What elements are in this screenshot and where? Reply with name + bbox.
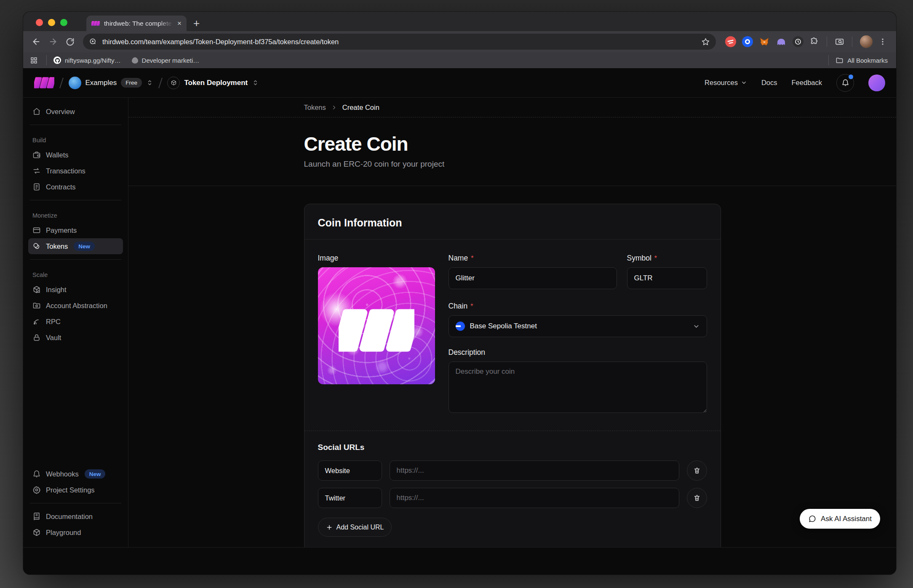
breadcrumb-parent[interactable]: Tokens [304, 104, 326, 112]
new-badge: New [74, 242, 95, 251]
minimize-window-button[interactable] [48, 19, 55, 26]
home-icon [32, 107, 41, 116]
sidebar-item-transactions[interactable]: Transactions [28, 163, 123, 179]
breadcrumb-current: Create Coin [342, 104, 379, 112]
chain-value: Base Sepolia Testnet [470, 322, 537, 330]
bell-icon [841, 79, 849, 87]
description-textarea[interactable] [448, 362, 707, 413]
breadcrumb: Tokens Create Coin [304, 98, 721, 117]
sidebar-section-label: Build [32, 137, 119, 144]
social-url-input[interactable] [390, 488, 679, 508]
social-platform-select[interactable]: Twitter [318, 488, 382, 508]
add-social-url-button[interactable]: Add Social URL [318, 518, 392, 537]
toolbar-divider [827, 37, 827, 47]
extension-icon-clock[interactable] [793, 36, 804, 47]
chat-bubble-icon [808, 515, 816, 523]
address-bar[interactable]: thirdweb.com/team/examples/Token-Deploym… [83, 34, 716, 50]
name-label: Name [448, 254, 468, 263]
new-tab-button[interactable]: + [193, 18, 200, 29]
tokens-icon [32, 242, 41, 250]
chevron-down-icon [741, 80, 747, 86]
forward-button[interactable] [46, 35, 60, 49]
name-field: Name * [448, 254, 617, 289]
metamask-extension-icon[interactable] [759, 36, 770, 47]
extension-icon-blue[interactable] [742, 36, 753, 47]
docs-link[interactable]: Docs [761, 79, 777, 87]
sidebar-item-account-abstraction[interactable]: Account Abstraction [28, 298, 123, 314]
feedback-link[interactable]: Feedback [792, 79, 822, 87]
notifications-button[interactable] [836, 74, 854, 92]
delete-social-url-button[interactable] [687, 488, 707, 508]
social-platform-select[interactable]: Website [318, 460, 382, 481]
sidebar-item-wallets[interactable]: Wallets [28, 147, 123, 163]
header-nav: Resources Docs Feedback [705, 74, 885, 92]
browser-tab[interactable]: thirdweb: The complete web3 × [86, 16, 187, 31]
new-badge: New [85, 469, 106, 479]
sidebar-item-contracts[interactable]: Contracts [28, 179, 123, 195]
tab-search-icon[interactable] [835, 37, 844, 47]
browser-profile-avatar[interactable] [860, 35, 873, 48]
notification-dot [849, 74, 853, 79]
sidebar-item-project-settings[interactable]: Project Settings [28, 482, 123, 498]
social-url-row: Twitter [318, 488, 707, 508]
sidebar-item-insight[interactable]: Insight [28, 282, 123, 298]
sidebar-item-tokens[interactable]: Tokens New [28, 238, 123, 254]
close-window-button[interactable] [36, 19, 43, 26]
sidebar-item-playground[interactable]: Playground [28, 524, 123, 540]
card-body: Image [304, 239, 721, 431]
all-bookmarks-button[interactable]: All Bookmarks [836, 56, 888, 64]
browser-menu-icon[interactable] [878, 37, 887, 46]
reload-button[interactable] [63, 35, 77, 49]
plus-icon [326, 524, 333, 531]
social-urls-title: Social URLs [318, 443, 707, 452]
bookmarks-divider [828, 55, 829, 65]
symbol-field: Symbol * [627, 254, 707, 289]
thirdweb-app: Examples Free Token Deployment Resources… [23, 68, 896, 575]
coin-image-upload[interactable] [318, 267, 435, 384]
social-url-input[interactable] [390, 460, 679, 481]
description-field: Description [448, 348, 707, 415]
url-text[interactable]: thirdweb.com/team/examples/Token-Deploym… [102, 38, 696, 46]
symbol-input[interactable] [627, 267, 707, 289]
chevron-right-icon [331, 104, 337, 111]
project-switcher[interactable]: Token Deployment [167, 77, 259, 89]
account-avatar[interactable] [868, 74, 885, 91]
account-abstraction-icon [32, 301, 41, 310]
team-switcher[interactable]: Examples Free [69, 77, 153, 89]
thirdweb-logo[interactable] [34, 77, 54, 88]
extension-icon-red[interactable] [725, 36, 736, 47]
sidebar-item-documentation[interactable]: Documentation [28, 508, 123, 524]
all-bookmarks-label: All Bookmarks [847, 57, 888, 64]
extensions-puzzle-icon[interactable] [809, 37, 819, 47]
bookmark-item[interactable]: Developer marketi… [132, 57, 200, 64]
sidebar-item-overview[interactable]: Overview [28, 104, 123, 120]
ask-ai-assistant-button[interactable]: Ask AI Assistant [800, 509, 880, 529]
sidebar-item-rpc[interactable]: RPC [28, 314, 123, 330]
tab-title: thirdweb: The complete web3 [104, 20, 173, 27]
bookmark-star-icon[interactable] [701, 37, 710, 46]
app-header: Examples Free Token Deployment Resources… [23, 68, 896, 98]
tab-close-icon[interactable]: × [177, 20, 182, 27]
resources-menu[interactable]: Resources [705, 79, 747, 87]
sidebar-item-payments[interactable]: Payments [28, 222, 123, 238]
delete-social-url-button[interactable] [687, 460, 707, 481]
zoom-window-button[interactable] [60, 19, 67, 26]
team-name: Examples [85, 79, 117, 87]
book-icon [32, 512, 41, 521]
insight-icon [32, 285, 41, 294]
apps-grid-icon[interactable] [30, 56, 38, 64]
card-title: Coin Information [318, 217, 707, 229]
chain-select[interactable]: Base Sepolia Testnet [448, 315, 707, 337]
bookmark-item[interactable]: niftyswap.gg/Nifty… [53, 56, 121, 64]
back-button[interactable] [29, 35, 43, 49]
sidebar-item-webhooks[interactable]: Webhooks New [28, 466, 123, 482]
sidebar-section-label: Monetize [32, 212, 119, 219]
name-input[interactable] [448, 267, 617, 289]
bookmark-label: Developer marketi… [142, 57, 200, 64]
github-icon [53, 56, 61, 64]
sidebar-item-vault[interactable]: Vault [28, 330, 123, 346]
site-info-icon[interactable] [89, 37, 97, 46]
bookmarks-divider [46, 55, 47, 65]
sidebar-section-label: Scale [32, 271, 119, 278]
phantom-extension-icon[interactable] [776, 36, 787, 47]
